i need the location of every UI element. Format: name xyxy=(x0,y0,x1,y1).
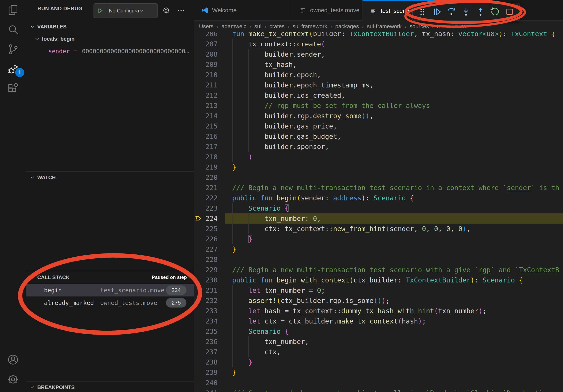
code-text: builder.sponsor, xyxy=(232,142,329,152)
token: address xyxy=(333,194,361,202)
token: /// Begin a new multi-transaction test s… xyxy=(232,266,479,274)
code-line-228[interactable]: 228 xyxy=(194,254,563,265)
call-stack-section-header[interactable]: CALL STACK Paused on step xyxy=(26,272,194,282)
call-stack-frame[interactable]: begintest_scenario.move224 xyxy=(26,284,194,297)
current-stack-frame-icon xyxy=(195,214,203,223)
code-line-240[interactable]: 240 xyxy=(194,378,563,388)
token: { xyxy=(285,204,289,212)
code-text: builder.gas_budget, xyxy=(232,131,341,142)
code-line-223[interactable]: 223 Scenario { xyxy=(194,203,563,213)
code-text: builder.ids_created, xyxy=(232,90,345,101)
step-out-button[interactable] xyxy=(474,5,487,18)
code-text: builder.epoch_timestamp_ms, xyxy=(232,80,373,90)
token: begin xyxy=(277,194,297,202)
token: : xyxy=(366,194,374,202)
code-line-229[interactable]: 229/// Begin a new multi-transaction tes… xyxy=(194,265,563,275)
code-line-236[interactable]: 236 txn_number, xyxy=(194,337,563,347)
code-line-211[interactable]: 211 builder.epoch_timestamp_ms, xyxy=(194,80,563,90)
account-icon[interactable] xyxy=(0,350,26,369)
code-line-227[interactable]: 227} xyxy=(194,244,563,254)
debug-settings-gear-icon[interactable] xyxy=(162,6,170,14)
breadcrumb-item[interactable]: Users xyxy=(199,23,213,30)
code-line-222[interactable]: 222public fun begin(sender: address): Sc… xyxy=(194,193,563,203)
watch-section-header[interactable]: WATCH xyxy=(26,172,194,182)
code-line-235[interactable]: 235 Scenario { xyxy=(194,326,563,337)
token: , xyxy=(370,112,373,120)
code-line-234[interactable]: 234 let ctx = ctx_builder.make_tx_contex… xyxy=(194,316,563,326)
code-line-231[interactable]: 231 let txn_number = 0; xyxy=(194,285,563,296)
files-icon[interactable] xyxy=(0,0,26,20)
source-control-icon[interactable] xyxy=(0,39,26,59)
code-line-213[interactable]: 213 // rgp must be set from the caller a… xyxy=(194,101,563,111)
search-icon[interactable] xyxy=(0,20,26,39)
step-into-button[interactable] xyxy=(460,5,473,18)
variables-scope-row[interactable]: locals: begin xyxy=(26,33,194,45)
code-line-216[interactable]: 216 builder.gas_budget, xyxy=(194,131,563,142)
breadcrumb-item[interactable]: test xyxy=(437,23,446,30)
code-line-210[interactable]: 210 builder.epoch, xyxy=(194,70,563,80)
breadcrumb-item[interactable]: crates xyxy=(269,23,284,30)
breadcrumb[interactable]: Users›adamwelc›sui›crates›sui-framework›… xyxy=(194,21,563,32)
extensions-icon[interactable] xyxy=(0,79,26,99)
line-number: 240 xyxy=(194,378,218,388)
token: ) xyxy=(479,307,483,315)
step-over-button[interactable] xyxy=(445,5,458,18)
token: ` and ` xyxy=(491,266,519,274)
code-line-212[interactable]: 212 builder.ids_created, xyxy=(194,90,563,101)
code-line-220[interactable]: 220 xyxy=(194,172,563,183)
code-line-225[interactable]: 225 ctx: tx_context::new_from_hint(sende… xyxy=(194,224,563,234)
code-line-207[interactable]: 207 tx_context::create( xyxy=(194,39,563,49)
code-line-219[interactable]: 219} xyxy=(194,162,563,172)
token: sender xyxy=(507,184,531,192)
code-line-214[interactable]: 214 builder.rgp.destroy_some(), xyxy=(194,111,563,121)
gear-icon[interactable] xyxy=(0,369,26,389)
restart-button[interactable] xyxy=(489,5,502,18)
code-line-208[interactable]: 208 builder.sender, xyxy=(194,49,563,59)
sidebar-title: RUN AND DEBUG xyxy=(38,6,82,12)
breadcrumb-item[interactable]: sui-framework xyxy=(293,23,327,30)
continue-button[interactable] xyxy=(430,5,443,18)
code-line-233[interactable]: 233 let hash = tx_context::dummy_tx_hash… xyxy=(194,306,563,316)
variables-section-header[interactable]: VARIABLES xyxy=(26,22,194,32)
breakpoints-section-header[interactable]: BREAKPOINTS xyxy=(26,382,194,392)
launch-configuration-dropdown[interactable]: No Configura xyxy=(93,3,158,18)
code-line-221[interactable]: 221/// Begin a new multi-transaction tes… xyxy=(194,183,563,193)
tab-welcome[interactable]: Welcome xyxy=(194,0,292,21)
token xyxy=(232,317,248,325)
stop-button[interactable] xyxy=(503,5,516,18)
start-debugging-icon[interactable] xyxy=(94,4,106,18)
code-line-232[interactable]: 232 assert!(ctx_builder.rgp.is_some()); xyxy=(194,296,563,306)
code-line-224[interactable]: 224 txn_number: 0, xyxy=(194,213,563,224)
code-line-238[interactable]: 238 } xyxy=(194,357,563,367)
breadcrumb-item[interactable]: packages xyxy=(335,23,359,30)
code-line-206[interactable]: 206fun make_tx_context(builder: TxContex… xyxy=(194,32,563,39)
breadcrumb-item[interactable]: adamwelc xyxy=(221,23,246,30)
code-text: public fun begin(sender: address): Scena… xyxy=(232,193,414,203)
code-line-239[interactable]: 239} xyxy=(194,367,563,378)
more-actions-icon[interactable] xyxy=(177,6,185,14)
code-line-226[interactable]: 226 } xyxy=(194,234,563,244)
token xyxy=(232,297,248,305)
code-text: txn_number: 0, xyxy=(232,213,321,224)
code-line-218[interactable]: 218 ) xyxy=(194,152,563,162)
code-line-237[interactable]: 237 ctx, xyxy=(194,347,563,357)
variable-row[interactable]: sender = 00000000000000000000000000000… xyxy=(26,45,194,57)
code-line-215[interactable]: 215 builder.gas_price, xyxy=(194,121,563,131)
debug-icon[interactable]: 1 xyxy=(0,59,26,79)
code-editor[interactable]: 206fun make_tx_context(builder: TxContex… xyxy=(194,32,563,392)
breadcrumb-item[interactable]: sui xyxy=(255,23,262,30)
code-line-241[interactable]: 241/// Creates and shares system objects… xyxy=(194,388,563,392)
breadcrumb-item[interactable]: sui-framework xyxy=(367,23,402,30)
tab-owned-tests-move[interactable]: owned_tests.move xyxy=(292,0,363,21)
token: txn_number, xyxy=(232,338,309,346)
breadcrumb-file-item[interactable]: te xyxy=(454,23,466,30)
section-divider xyxy=(26,171,194,172)
breadcrumb-item[interactable]: sources xyxy=(409,23,429,30)
line-number: 213 xyxy=(194,101,218,111)
token xyxy=(515,276,519,284)
call-stack-frame[interactable]: already_markedowned_tests.move275 xyxy=(26,297,194,309)
code-line-217[interactable]: 217 builder.sponsor, xyxy=(194,142,563,152)
code-line-209[interactable]: 209 tx_hash, xyxy=(194,59,563,70)
code-line-230[interactable]: 230public fun begin_with_context(ctx_bui… xyxy=(194,275,563,285)
tab-label: Welcome xyxy=(212,7,237,14)
